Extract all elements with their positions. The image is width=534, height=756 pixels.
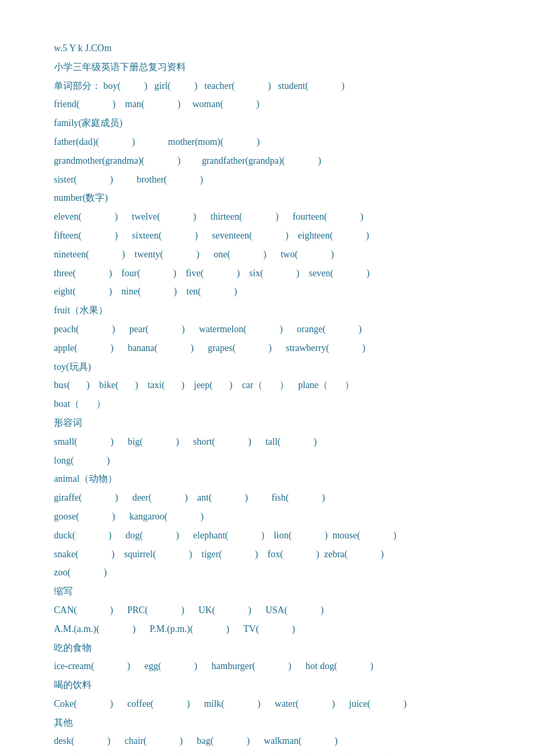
section-header: toy(玩具) [54,359,480,375]
section-line: Coke( ) coffee( ) milk( ) water( ) juice… [54,696,480,712]
section-header: 其他 [54,715,480,731]
section-line: A.M.(a.m.)( ) P.M.(p.m.)( ) TV( ) [54,621,480,637]
section-header: 喝的饮料 [54,677,480,693]
section-line: eight( ) nine( ) ten( ) [54,284,480,300]
section-line: small( ) big( ) short( ) tall( ) [54,434,480,450]
section-line: ice-cream( ) egg( ) hamburger( ) hot dog… [54,658,480,674]
section-line: lamp( ) key( ) night( ) nest( ) queen( ) [54,752,480,756]
section-header: 缩写 [54,584,480,600]
section-line: duck( ) dog( ) elephant( ) lion( ) mouse… [54,528,480,544]
section-line: sister( ) brother( ) [54,172,480,188]
section-header: 单词部分： boy( ) girl( ) teacher( ) student(… [54,78,480,94]
section-line: grandmother(grandma)( ) grandfather(gran… [54,153,480,169]
page-title: 小学三年级英语下册总复习资料 [54,59,480,75]
section-line: snake( ) squirrel( ) tiger( ) fox( ) zeb… [54,546,480,563]
section-header: animal（动物） [54,471,480,487]
section-line: long( ) [54,453,480,469]
section-line: apple( ) banana( ) grapes( ) strawberry(… [54,340,480,356]
section-line: zoo( ) [54,565,480,581]
section-header: 形容词 [54,415,480,431]
section-line: eleven( ) twelve( ) thirteen( ) fourteen… [54,209,480,225]
section-line: three( ) four( ) five( ) six( ) seven( ) [54,265,480,282]
section-line: family(家庭成员) [54,115,480,131]
section-line: father(dad)( ) mother(mom)( ) [54,134,480,150]
page-container: w.5 Y k J.COm 小学三年级英语下册总复习资料 [54,40,480,75]
section-line: bus( ) bike( ) taxi( ) jeep( ) car（ ） pl… [54,377,480,393]
section-line: goose( ) kangaroo( ) [54,509,480,525]
site-label: w.5 Y k J.COm [54,40,480,57]
section-line: desk( ) chair( ) bag( ) walkman( ) [54,733,480,749]
section-line: CAN( ) PRC( ) UK( ) USA( ) [54,602,480,619]
section-line: giraffe( ) deer( ) ant( ) fish( ) [54,490,480,506]
section-line: friend( ) man( ) woman( ) [54,96,480,113]
section-header: 吃的食物 [54,640,480,656]
section-line: peach( ) pear( ) watermelon( ) orange( ) [54,321,480,338]
section-line: fifteen( ) sixteen( ) seventeen( ) eight… [54,228,480,244]
section-header: number(数字) [54,190,480,206]
section-header: fruit（水果） [54,303,480,319]
section-line: boat（ ） [54,396,480,412]
content-area: 单词部分： boy( ) girl( ) teacher( ) student(… [54,78,480,756]
section-line: nineteen( ) twenty( ) one( ) two( ) [54,247,480,263]
